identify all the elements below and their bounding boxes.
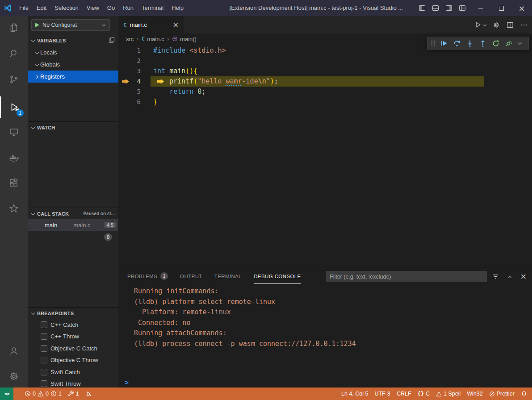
console-output[interactable]: Running initCommands:(lldb) platform sel… [134, 286, 528, 349]
sidebar-item-explorer[interactable] [0, 17, 28, 38]
breakpoint-item[interactable]: Swift Catch [28, 366, 118, 378]
console-filter-input[interactable] [326, 271, 487, 282]
formatter-indicator[interactable]: Prettier [486, 388, 518, 400]
breakpoint-checkbox[interactable] [41, 380, 47, 387]
code-line[interactable]: 5 return 0; [118, 87, 532, 97]
restart-button[interactable] [491, 38, 501, 48]
debug-status[interactable] [82, 388, 95, 400]
sidebar-item-search[interactable] [0, 43, 28, 64]
more-actions-icon[interactable]: ⋯ [520, 21, 528, 29]
code-line[interactable]: 3int main(){ [118, 66, 532, 76]
configure-button[interactable] [493, 21, 500, 29]
toggle-sidebar-icon[interactable] [419, 4, 426, 12]
menu-help[interactable]: Help [168, 0, 188, 16]
breakpoint-checkbox[interactable] [41, 369, 47, 375]
run-or-debug-button[interactable] [474, 21, 486, 28]
call-stack-header[interactable]: CALL STACK Paused on st... [28, 208, 118, 219]
breadcrumb-folder[interactable]: src [126, 36, 134, 42]
continue-button[interactable] [439, 38, 449, 48]
breakpoint-checkbox[interactable] [41, 357, 47, 363]
account-button[interactable] [0, 340, 28, 362]
platform-indicator[interactable]: Win32 [464, 388, 486, 400]
encoding-indicator[interactable]: UTF-8 [371, 388, 393, 400]
glyph-margin[interactable] [118, 97, 133, 107]
code-line[interactable]: 4printf("hello wamr-ide\n"); [118, 76, 532, 87]
tools-status[interactable]: 1 [65, 388, 82, 400]
glyph-margin[interactable] [118, 87, 133, 97]
breakpoint-checkbox[interactable] [41, 333, 47, 340]
menu-run[interactable]: Run [119, 0, 138, 16]
sidebar-item-favorites[interactable] [0, 198, 28, 219]
breakpoints-header[interactable]: BREAKPOINTS [28, 307, 118, 319]
menu-view[interactable]: View [83, 0, 103, 16]
code-editor[interactable]: 1#include <stdio.h>23int main(){4printf(… [118, 44, 532, 268]
cursor-position[interactable]: Ln 4, Col 5 [338, 388, 371, 400]
start-debug-icon[interactable] [35, 23, 39, 27]
toggle-panel-icon[interactable] [432, 4, 439, 12]
chevron-down-icon[interactable] [517, 40, 522, 46]
breakpoint-checkbox[interactable] [41, 345, 47, 352]
menu-file[interactable]: File [15, 0, 33, 16]
variables-header[interactable]: VARIABLES [28, 35, 118, 46]
variables-item-registers[interactable]: Registers [28, 71, 118, 83]
disconnect-button[interactable] [504, 38, 514, 48]
search-icon [8, 48, 19, 59]
notifications-button[interactable] [518, 388, 530, 400]
menu-selection[interactable]: Selection [50, 0, 82, 16]
breakpoint-checkbox[interactable] [41, 321, 47, 328]
breakpoint-item[interactable]: Objective C Catch [28, 342, 118, 354]
split-editor-button[interactable] [507, 21, 514, 29]
maximize-panel-icon[interactable] [507, 274, 513, 280]
close-button[interactable]: × [511, 0, 532, 16]
sidebar-item-run-and-debug[interactable]: 1 [0, 96, 28, 118]
customize-layout-icon[interactable] [459, 4, 466, 12]
glyph-margin[interactable] [118, 56, 133, 66]
variables-item-globals[interactable]: Globals [28, 58, 118, 71]
breadcrumb-symbol[interactable]: main() [180, 36, 197, 42]
language-indicator[interactable]: {} C [415, 388, 433, 400]
filter-icon[interactable] [492, 273, 499, 280]
breakpoint-item[interactable]: C++ Throw [28, 331, 118, 343]
problems-status[interactable]: 0 0 1 [21, 388, 65, 400]
toolbar-drag-handle[interactable] [430, 38, 436, 48]
watch-header[interactable]: WATCH [28, 121, 118, 133]
step-over-button[interactable] [452, 38, 462, 48]
panel-tab-output[interactable]: OUTPUT [180, 269, 202, 284]
menu-terminal[interactable]: Terminal [138, 0, 168, 16]
debug-config-dropdown[interactable]: No Configurat [31, 19, 110, 31]
stack-frame[interactable]: main main.c 4:5 [28, 219, 118, 231]
step-out-button[interactable] [478, 38, 488, 48]
sidebar-item-remote-explorer[interactable] [0, 121, 28, 143]
breakpoint-item[interactable]: Swift Throw [28, 378, 118, 388]
breakpoint-item[interactable]: Objective C Throw [28, 354, 118, 367]
step-into-button[interactable] [465, 38, 475, 48]
panel-tab-problems[interactable]: PROBLEMS1 [127, 269, 168, 284]
sidebar-item-extensions[interactable] [0, 172, 28, 194]
tab-main-c[interactable]: C main.c × [118, 16, 184, 33]
eol-indicator[interactable]: CRLF [394, 388, 415, 400]
panel-tab-terminal[interactable]: TERMINAL [214, 269, 242, 284]
breakpoint-item[interactable]: C++ Catch [28, 319, 118, 331]
tab-close-icon[interactable]: × [173, 21, 179, 29]
remote-indicator[interactable]: >< [0, 388, 13, 400]
code-line[interactable]: 6} [118, 97, 532, 107]
glyph-margin[interactable] [118, 76, 133, 87]
collapse-all-icon[interactable] [109, 37, 115, 43]
glyph-margin[interactable] [118, 66, 133, 76]
settings-button[interactable] [0, 366, 28, 387]
sidebar-item-docker[interactable] [0, 147, 28, 168]
menu-go[interactable]: Go [103, 0, 119, 16]
close-panel-icon[interactable]: × [520, 272, 527, 281]
spell-checker-status[interactable]: 1 Spell [433, 388, 464, 400]
minimize-button[interactable] [470, 0, 491, 16]
maximize-button[interactable] [491, 0, 511, 16]
glyph-margin[interactable] [118, 46, 133, 56]
code-line[interactable]: 2 [118, 56, 532, 66]
variables-item-locals[interactable]: Locals [28, 46, 118, 58]
sidebar-item-source-control[interactable] [0, 69, 28, 90]
panel-tab-debug-console[interactable]: DEBUG CONSOLE [254, 269, 301, 284]
console-prompt-icon[interactable]: > [125, 379, 129, 387]
toggle-secondary-sidebar-icon[interactable] [445, 4, 452, 12]
breadcrumb-file[interactable]: main.c [147, 36, 164, 42]
menu-edit[interactable]: Edit [33, 0, 50, 16]
